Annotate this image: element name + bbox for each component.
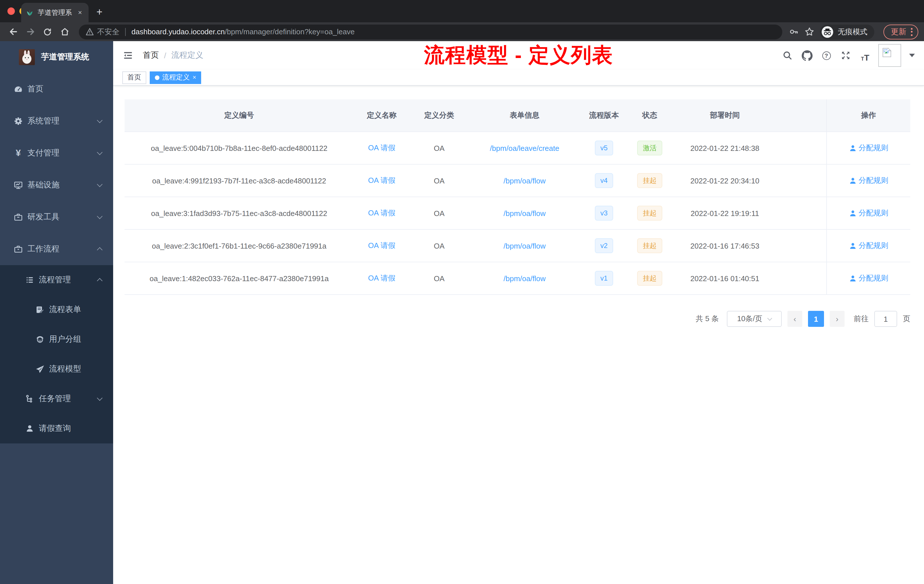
goto-label: 前往 (854, 314, 869, 324)
browser-tab-strip: 芋道管理系统 × + (0, 0, 924, 22)
sidebar-item-task-mgmt[interactable]: 任务管理 (0, 384, 113, 414)
sidebar-item-user-group[interactable]: 用户分组 (0, 325, 113, 354)
definition-id: oa_leave:4:991f2193-7b7f-11ec-a3c8-acde4… (125, 165, 354, 196)
security-label[interactable]: 不安全 (97, 26, 119, 37)
form-link[interactable]: /bpm/oa/flow (503, 274, 545, 282)
assign-rule-button[interactable]: 分配规则 (849, 241, 888, 251)
url-text[interactable]: dashboard.yudao.iocoder.cn/bpm/manager/d… (132, 27, 355, 36)
logo-avatar (19, 49, 35, 65)
definition-name-link[interactable]: OA 请假 (368, 143, 395, 153)
assign-rule-button[interactable]: 分配规则 (849, 175, 888, 186)
sidebar-item-leave-query[interactable]: 请假查询 (0, 414, 113, 444)
form-link[interactable]: /bpm/oa/leave/create (490, 144, 559, 152)
github-icon[interactable] (800, 49, 813, 62)
sidebar-item-infra[interactable]: 基础设施 (0, 169, 113, 201)
breadcrumb-home[interactable]: 首页 (143, 50, 159, 61)
browser-tab[interactable]: 芋道管理系统 × (21, 3, 89, 22)
sidebar-item-home[interactable]: 首页 (0, 73, 113, 105)
form-link[interactable]: /bpm/oa/flow (503, 209, 545, 218)
forward-icon[interactable] (23, 24, 38, 39)
bookmark-star-icon[interactable] (805, 27, 814, 36)
sidebar-item-label: 研发工具 (27, 212, 59, 222)
status-badge: 挂起 (637, 238, 662, 253)
chevron-down-icon (97, 213, 102, 219)
sidebar-item-process-mgmt[interactable]: 流程管理 (0, 265, 113, 295)
chevron-down-icon (97, 181, 102, 187)
chevron-down-icon (97, 149, 102, 155)
font-size-icon[interactable]: TT (859, 49, 871, 62)
browser-menu-dots-icon[interactable] (911, 28, 912, 36)
tab-close-icon[interactable]: × (76, 8, 84, 16)
assign-rule-button[interactable]: 分配规则 (849, 143, 888, 153)
sidebar-item-process-model[interactable]: 流程模型 (0, 354, 113, 384)
form-document-icon (35, 305, 45, 314)
search-icon[interactable] (781, 49, 794, 62)
definition-name-link[interactable]: OA 请假 (368, 208, 395, 218)
update-button[interactable]: 更新 (883, 24, 918, 39)
security-warning-icon[interactable] (86, 28, 94, 35)
goto-page-input[interactable] (874, 311, 897, 327)
user-icon (849, 275, 856, 282)
tags-bar: 首页 流程定义 × (113, 70, 924, 86)
definition-name-link[interactable]: OA 请假 (368, 241, 395, 251)
definition-id: oa_leave:5:004b710b-7b8a-11ec-8ef0-acde4… (125, 132, 354, 164)
tag-close-icon[interactable]: × (193, 74, 196, 81)
close-window-button[interactable] (7, 7, 15, 15)
column-header: 状态 (627, 99, 672, 132)
definition-name-link[interactable]: OA 请假 (368, 273, 395, 284)
definition-table: 定义编号 定义名称 定义分类 表单信息 流程版本 状态 部署时间 操作 oa_l… (125, 99, 910, 295)
browser-toolbar: 不安全 dashboard.yudao.iocoder.cn/bpm/manag… (0, 22, 924, 41)
user-icon (849, 210, 856, 217)
definition-category: OA (410, 197, 469, 229)
version-badge: v3 (594, 206, 613, 221)
user-icon (25, 424, 34, 433)
sidebar-item-system[interactable]: 系统管理 (0, 105, 113, 137)
back-icon[interactable] (6, 24, 21, 39)
tree-icon (25, 394, 34, 403)
sidebar-item-label: 首页 (27, 84, 43, 94)
page-size-select[interactable]: 10条/页 (727, 311, 782, 327)
sidebar: 芋道管理系统 首页 系统管理 ¥ 支付管理 (0, 41, 113, 584)
form-link[interactable]: /bpm/oa/flow (503, 241, 545, 250)
sidebar-item-label: 任务管理 (39, 394, 71, 404)
tag-home[interactable]: 首页 (122, 71, 146, 84)
key-icon[interactable] (789, 27, 799, 36)
tag-process-definition[interactable]: 流程定义 × (150, 71, 201, 84)
reload-icon[interactable] (40, 24, 55, 39)
sidebar-item-label: 流程管理 (39, 275, 71, 285)
deploy-time: 2022-01-16 01:40:51 (672, 262, 778, 294)
sidebar-item-payment[interactable]: ¥ 支付管理 (0, 137, 113, 169)
help-icon[interactable]: ? (820, 49, 833, 62)
home-icon[interactable] (57, 24, 72, 39)
column-header: 操作 (826, 99, 910, 132)
form-link[interactable]: /bpm/oa/flow (503, 176, 545, 185)
url-path: /bpm/manager/definition?key=oa_leave (225, 27, 355, 36)
navbar-actions: ? TT (781, 44, 915, 67)
url-bar[interactable]: 不安全 dashboard.yudao.iocoder.cn/bpm/manag… (79, 24, 782, 39)
status-badge: 挂起 (637, 173, 662, 188)
collapse-sidebar-icon[interactable] (122, 50, 134, 61)
favicon-plant-icon (26, 8, 34, 16)
next-page-button[interactable]: › (830, 311, 845, 327)
chevron-up-icon (97, 247, 102, 253)
prev-page-button[interactable]: ‹ (787, 311, 802, 327)
assign-rule-button[interactable]: 分配规则 (849, 273, 888, 284)
deploy-time: 2022-01-16 17:46:53 (672, 230, 778, 262)
assign-rule-button[interactable]: 分配规则 (849, 208, 888, 218)
sidebar-item-label: 请假查询 (39, 424, 71, 434)
fullscreen-icon[interactable] (840, 49, 852, 62)
avatar[interactable] (878, 44, 901, 67)
sidebar-logo[interactable]: 芋道管理系统 (0, 41, 113, 73)
definition-name-link[interactable]: OA 请假 (368, 175, 395, 186)
sidebar-item-label: 支付管理 (27, 148, 59, 158)
sidebar-item-devtools[interactable]: 研发工具 (0, 201, 113, 233)
sidebar-item-label: 基础设施 (27, 180, 59, 190)
sidebar-item-workflow[interactable]: 工作流程 (0, 233, 113, 265)
new-tab-button[interactable]: + (92, 5, 106, 19)
avatar-dropdown-caret-icon[interactable] (909, 54, 915, 57)
tag-dot (155, 75, 159, 80)
sidebar-item-process-form[interactable]: 流程表单 (0, 295, 113, 325)
incognito-icon (821, 25, 834, 38)
page-1-button[interactable]: 1 (808, 311, 824, 327)
page-size-value: 10条/页 (737, 314, 762, 324)
